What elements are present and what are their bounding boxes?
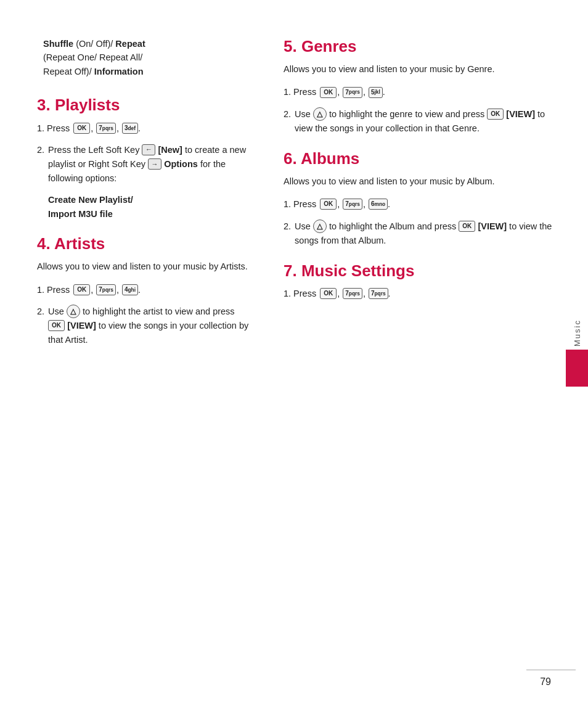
ok-key: OK	[320, 87, 337, 98]
albums-body: Allows you to view and listen to your mu…	[284, 174, 563, 189]
options-label: Options	[164, 159, 198, 169]
sidebar-tab: Music	[566, 319, 588, 387]
step-content: OK, 7pqrs, 5jkl.	[320, 85, 563, 99]
artists-body: Allows you to view and listen to your mu…	[37, 260, 253, 274]
page-number: 79	[540, 676, 551, 688]
music-settings-step1: 1. Press OK, 7pqrs, 7pqrs.	[284, 287, 563, 301]
new-label: [New]	[158, 145, 182, 155]
step-content: Press the Left Soft Key ← [New] to creat…	[48, 143, 253, 186]
section-music-settings: 7. Music Settings 1. Press OK, 7pqrs, 7p…	[284, 261, 563, 301]
step-content: Use △ to highlight the genre to view and…	[295, 107, 563, 136]
artists-step2: 2. Use △ to highlight the artist to view…	[37, 305, 253, 348]
genres-step2: 2. Use △ to highlight the genre to view …	[284, 107, 563, 136]
intro-text: Shuffle (On/ Off)/ Repeat (Repeat One/ R…	[37, 37, 253, 78]
step-num: 1. Press	[284, 85, 316, 99]
ok-key: OK	[48, 320, 65, 331]
step-num: 1. Press	[284, 287, 316, 301]
albums-step1: 1. Press OK, 7pqrs, 6mno.	[284, 197, 563, 211]
sidebar-label: Music	[573, 319, 582, 347]
view-label: [VIEW]	[67, 321, 96, 330]
section-genres: 5. Genres Allows you to view and listen …	[284, 37, 563, 136]
artists-step1: 1. Press OK, 7pqrs, 4ghi.	[37, 283, 253, 297]
step-num: 1. Press	[284, 197, 316, 211]
ok-key: OK	[459, 221, 475, 232]
7pqrs-key: 7pqrs	[96, 284, 116, 295]
step-content: Use △ to highlight the Album and press O…	[295, 220, 563, 248]
7pqrs-key-a: 7pqrs	[343, 288, 362, 299]
7pqrs-key: 7pqrs	[343, 87, 362, 98]
step-content: OK, 7pqrs, 3def.	[73, 121, 253, 136]
music-settings-title: 7. Music Settings	[284, 261, 563, 281]
nav-key: △	[67, 305, 80, 318]
left-soft-key: ←	[142, 144, 155, 155]
nav-key: △	[313, 220, 327, 233]
step-num: 1. Press	[37, 121, 70, 136]
7pqrs-key-b: 7pqrs	[369, 288, 388, 299]
ok-key: OK	[73, 123, 90, 134]
sidebar-bar	[566, 350, 588, 387]
right-soft-key: →	[148, 158, 161, 170]
albums-step2: 2. Use △ to highlight the Album and pres…	[284, 220, 563, 248]
section-artists: 4. Artists Allows you to view and listen…	[37, 234, 253, 347]
ok-key: OK	[320, 288, 337, 299]
step-num: 2.	[284, 220, 291, 234]
step-num: 2.	[284, 107, 291, 121]
step-content: Use △ to highlight the artist to view an…	[48, 305, 253, 348]
artists-title: 4. Artists	[37, 234, 253, 253]
ok-key: OK	[73, 284, 90, 295]
information-label: Information	[94, 67, 144, 76]
4ghi-key: 4ghi	[122, 284, 138, 295]
playlists-sub-note: Create New Playlist/Import M3U file	[48, 193, 253, 221]
section-playlists: 3. Playlists 1. Press OK, 7pqrs, 3def. 2…	[37, 96, 253, 221]
7pqrs-key: 7pqrs	[343, 199, 362, 210]
genres-step1: 1. Press OK, 7pqrs, 5jkl.	[284, 85, 563, 99]
page-divider	[526, 670, 576, 670]
playlists-title: 3. Playlists	[37, 96, 253, 115]
genres-title: 5. Genres	[284, 37, 563, 56]
step-content: OK, 7pqrs, 7pqrs.	[320, 287, 563, 301]
step-num: 2.	[37, 143, 44, 157]
view-label: [VIEW]	[506, 109, 535, 119]
section-albums: 6. Albums Allows you to view and listen …	[284, 149, 563, 248]
playlists-step1: 1. Press OK, 7pqrs, 3def.	[37, 121, 253, 136]
genres-body: Allows you to view and listen to your mu…	[284, 62, 563, 76]
step-content: OK, 7pqrs, 6mno.	[320, 197, 563, 211]
view-label: [VIEW]	[478, 221, 507, 231]
nav-key: △	[313, 107, 327, 121]
5jkl-key: 5jkl	[369, 87, 383, 98]
repeat-label: Repeat	[115, 39, 145, 49]
ok-key: OK	[487, 109, 504, 120]
7pqrs-key: 7pqrs	[96, 123, 116, 134]
step-num: 1. Press	[37, 283, 70, 297]
left-column: Shuffle (On/ Off)/ Repeat (Repeat One/ R…	[0, 37, 271, 681]
right-column: 5. Genres Allows you to view and listen …	[271, 37, 588, 681]
step-num: 2.	[37, 305, 44, 319]
ok-key: OK	[320, 199, 337, 210]
albums-title: 6. Albums	[284, 149, 563, 168]
shuffle-label: Shuffle	[43, 39, 73, 49]
3def-key: 3def	[122, 123, 138, 134]
playlists-step2: 2. Press the Left Soft Key ← [New] to cr…	[37, 143, 253, 186]
6mno-key: 6mno	[369, 199, 388, 210]
step-content: OK, 7pqrs, 4ghi.	[73, 283, 253, 297]
page-container: Shuffle (On/ Off)/ Repeat (Repeat One/ R…	[0, 0, 588, 706]
sub-note-text: Create New Playlist/Import M3U file	[48, 195, 133, 218]
